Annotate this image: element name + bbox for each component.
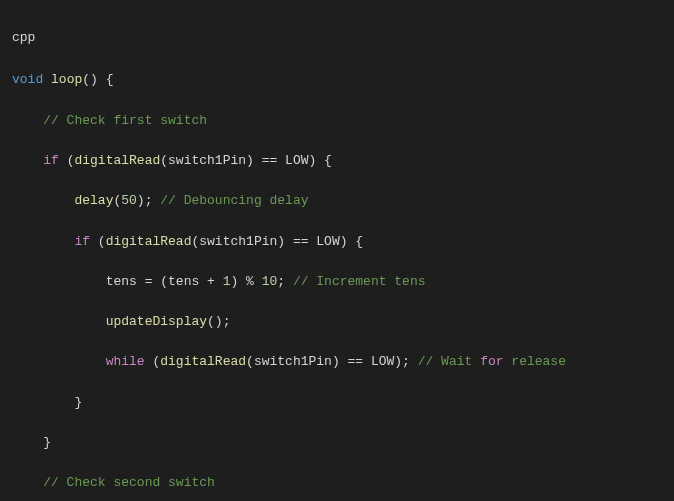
indent (12, 435, 43, 450)
brace: } (43, 435, 51, 450)
code-text: (switch1Pin) == LOW) { (160, 153, 332, 168)
code-line: if (digitalRead(switch1Pin) == LOW) { (12, 151, 662, 171)
function-updatedisplay: updateDisplay (106, 314, 207, 329)
indent (12, 234, 74, 249)
code-block: cpp void loop() { // Check first switch … (0, 0, 674, 501)
code-text: ; (277, 274, 293, 289)
code-text: ) % (230, 274, 261, 289)
code-line: delay(50); // Debouncing delay (12, 191, 662, 211)
code-text: ( (145, 354, 161, 369)
indent (12, 153, 43, 168)
comment: // Wait (418, 354, 480, 369)
code-line: tens = (tens + 1) % 10; // Increment ten… (12, 272, 662, 292)
indent (12, 395, 74, 410)
number-literal: 50 (121, 193, 137, 208)
function-digitalread: digitalRead (106, 234, 192, 249)
function-digitalread: digitalRead (160, 354, 246, 369)
code-line: void loop() { (12, 70, 662, 90)
indent (12, 193, 74, 208)
code-line: while (digitalRead(switch1Pin) == LOW); … (12, 352, 662, 372)
code-line: // Check second switch (12, 473, 662, 493)
language-label: cpp (12, 28, 662, 48)
code-text: (); (207, 314, 230, 329)
indent (12, 274, 106, 289)
function-loop: loop (51, 72, 82, 87)
comment: release (504, 354, 566, 369)
brace: } (74, 395, 82, 410)
code-text: ( (59, 153, 75, 168)
indent (12, 475, 43, 490)
keyword-void: void (12, 72, 43, 87)
code-text: tens = (tens + (106, 274, 223, 289)
function-digitalread: digitalRead (74, 153, 160, 168)
code-line: } (12, 393, 662, 413)
code-line: } (12, 433, 662, 453)
indent (12, 113, 43, 128)
code-line: // Check first switch (12, 111, 662, 131)
number-literal: 10 (262, 274, 278, 289)
code-line: if (digitalRead(switch1Pin) == LOW) { (12, 232, 662, 252)
function-delay: delay (74, 193, 113, 208)
comment: // Check second switch (43, 475, 215, 490)
code-text: (switch1Pin) == LOW) { (191, 234, 363, 249)
code-text: ); (137, 193, 160, 208)
code-text: (switch1Pin) == LOW); (246, 354, 418, 369)
code-text: ( (90, 234, 106, 249)
code-text (43, 72, 51, 87)
comment: // Debouncing delay (160, 193, 308, 208)
comment: // Increment tens (293, 274, 426, 289)
keyword-if: if (74, 234, 90, 249)
indent (12, 314, 106, 329)
keyword-for: for (480, 354, 503, 369)
code-text: () { (82, 72, 113, 87)
code-line: updateDisplay(); (12, 312, 662, 332)
comment: // Check first switch (43, 113, 207, 128)
indent (12, 354, 106, 369)
keyword-while: while (106, 354, 145, 369)
keyword-if: if (43, 153, 59, 168)
